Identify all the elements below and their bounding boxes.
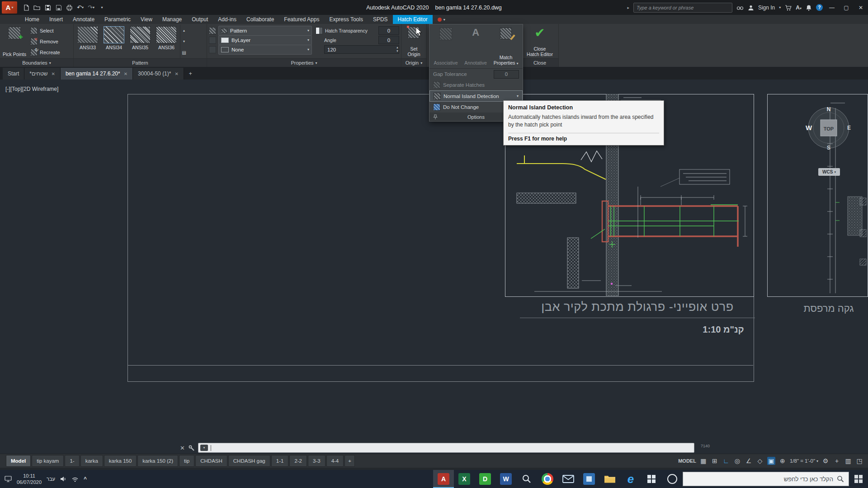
annotative-button[interactable]: A Annotative <box>463 26 488 67</box>
wcs-dropdown[interactable]: WCS▾ <box>818 168 840 176</box>
layout-tab[interactable]: 4-4 <box>326 455 344 467</box>
tab-parametric[interactable]: Parametric <box>99 15 136 24</box>
ribbon-extra-dropdown[interactable]: ▾ <box>433 15 450 24</box>
volume-icon[interactable] <box>60 476 66 482</box>
file-tab-30004[interactable]: 30004-50 (1)*✕ <box>133 68 184 80</box>
scale-spinner[interactable]: ▲▼ <box>396 46 399 52</box>
viewcube-west[interactable]: W <box>806 124 812 131</box>
close-icon[interactable]: ✕ <box>124 71 127 76</box>
file-tab-start[interactable]: Start <box>3 68 24 80</box>
close-command-icon[interactable]: ✕ <box>180 445 185 451</box>
save-button[interactable] <box>42 2 53 13</box>
annotation-scale-dropdown[interactable]: 1/8" = 1'-0"▾ <box>790 458 818 464</box>
tracking-icon[interactable]: ⊕ <box>778 457 787 465</box>
tab-annotate[interactable]: Annotate <box>68 15 99 24</box>
polar-tracking-icon[interactable]: ◎ <box>733 457 741 465</box>
app-store-cart-icon[interactable] <box>785 5 792 11</box>
customize-qat-button[interactable]: ▾ <box>97 2 107 13</box>
background-color-dropdown[interactable]: None▾ <box>218 45 312 55</box>
taskbar-edge-icon[interactable]: e <box>620 470 641 488</box>
layout-tab[interactable]: karka <box>80 455 103 467</box>
close-hatch-editor-button[interactable]: ✔ CloseHatch Editor <box>525 25 554 58</box>
tab-home[interactable]: Home <box>20 15 44 24</box>
layout-tab-model[interactable]: Model <box>6 455 31 467</box>
customize-wrench-icon[interactable] <box>188 445 195 451</box>
model-space-indicator[interactable]: MODEL <box>678 458 696 464</box>
tab-hatch-editor[interactable]: Hatch Editor <box>393 15 433 24</box>
clean-screen-icon[interactable]: ◳ <box>855 457 863 465</box>
associative-button[interactable]: Associative <box>432 26 459 67</box>
drawing-canvas[interactable]: [-][Top][2D Wireframe] <box>0 80 868 454</box>
tab-featured-apps[interactable]: Featured Apps <box>279 15 324 24</box>
tab-addins[interactable]: Add-ins <box>213 15 241 24</box>
tab-insert[interactable]: Insert <box>44 15 68 24</box>
close-button[interactable]: ✕ <box>854 0 868 15</box>
save-as-button[interactable] <box>53 2 64 13</box>
remove-button[interactable]: ✕ Remove <box>30 37 60 47</box>
layout-tab[interactable]: 2-2 <box>289 455 307 467</box>
tab-spds[interactable]: SPDS <box>368 15 393 24</box>
taskbar-clock[interactable]: 10:11 06/07/2020 <box>17 473 42 486</box>
minimize-button[interactable]: — <box>825 0 839 15</box>
taskbar-grid-app-icon[interactable] <box>641 470 662 488</box>
file-tab-ben-gamla[interactable]: ben gamla 14 27.6.20*✕ <box>61 68 133 80</box>
open-file-button[interactable] <box>32 2 42 13</box>
snap-mode-icon[interactable]: ⊞ <box>711 457 719 465</box>
layout-tab[interactable]: 3-3 <box>308 455 326 467</box>
isodraft-icon[interactable]: ◇ <box>756 457 764 465</box>
redo-button[interactable]: ↷▾ <box>86 2 96 13</box>
close-icon[interactable]: ✕ <box>52 71 55 76</box>
layout-tab[interactable]: 1- <box>65 455 79 467</box>
infocenter-chevron[interactable]: ▸ <box>627 5 629 10</box>
taskbar-ring-app-icon[interactable] <box>662 470 683 488</box>
layout-tab[interactable]: 1-1 <box>271 455 289 467</box>
hatch-scale-input[interactable]: 120 ▲▼ <box>324 45 399 54</box>
binocular-search-icon[interactable] <box>736 5 744 10</box>
separate-hatches-button[interactable]: Separate Hatches <box>429 80 523 90</box>
gallery-expand-button[interactable]: ▤ <box>182 50 186 55</box>
sign-in-dropdown-icon[interactable]: ▾ <box>779 5 781 9</box>
settings-gear-icon[interactable]: ⚙ <box>821 457 830 465</box>
help-icon[interactable]: ? <box>816 4 823 11</box>
gap-tolerance-input[interactable]: 0 <box>494 70 519 79</box>
properties-panel-label[interactable]: Properties▾ <box>207 58 401 67</box>
keyword-search-input[interactable]: Type a keyword or phrase <box>633 3 732 13</box>
tab-output[interactable]: Output <box>187 15 213 24</box>
file-tab-shtachim[interactable]: שטחים*✕ <box>24 68 61 80</box>
viewport-controls[interactable]: [-][Top][2D Wireframe] <box>5 86 58 92</box>
undo-button[interactable]: ↶▾ <box>75 2 85 13</box>
swatch-ansi34[interactable]: ANSI34 <box>101 25 127 58</box>
tab-collaborate[interactable]: Collaborate <box>241 15 279 24</box>
autodesk-account-icon[interactable]: A▾ <box>796 5 802 11</box>
autocad-logo[interactable]: A▾ <box>2 1 17 14</box>
print-button[interactable] <box>64 2 75 13</box>
taskbar-excel-icon[interactable]: X <box>454 470 475 488</box>
select-button[interactable]: Select <box>30 26 60 36</box>
boundaries-panel-label[interactable]: Boundaries▾ <box>0 58 73 67</box>
layout-tab[interactable]: karka 150 <box>104 455 137 467</box>
viewcube-east[interactable]: E <box>847 125 851 131</box>
tab-manage[interactable]: Manage <box>157 15 187 24</box>
user-icon[interactable] <box>748 5 754 11</box>
taskbar-word-icon[interactable]: W <box>495 470 516 488</box>
viewcube[interactable]: TOP N W E S <box>803 102 855 154</box>
command-input[interactable]: ▾ <box>198 443 694 453</box>
show-desktop-icon[interactable] <box>5 476 12 482</box>
add-layout-button[interactable]: + <box>344 455 355 467</box>
gallery-down-button[interactable]: ▾ <box>183 39 185 43</box>
hidden-icons-chevron[interactable]: ^ <box>84 476 87 482</box>
add-status-icon[interactable]: + <box>833 457 841 465</box>
swatch-ansi33[interactable]: ANSI33 <box>75 25 100 58</box>
tab-view[interactable]: View <box>136 15 157 24</box>
start-button[interactable] <box>849 470 868 488</box>
pick-points-button[interactable]: + Pick Points <box>1 25 28 58</box>
angle-snap-icon[interactable]: ∠ <box>745 457 753 465</box>
new-file-button[interactable] <box>21 2 31 13</box>
layout-tab[interactable]: CHDASH gag <box>228 455 270 467</box>
gallery-up-button[interactable]: ▴ <box>183 28 185 33</box>
taskbar-mail-icon[interactable] <box>558 470 579 488</box>
origin-panel-label[interactable]: Origin▾ <box>401 58 426 67</box>
sign-in-label[interactable]: Sign In <box>758 5 775 11</box>
language-indicator[interactable]: עבר <box>47 476 55 482</box>
pattern-type-dropdown[interactable]: Pattern▾ <box>218 26 312 36</box>
